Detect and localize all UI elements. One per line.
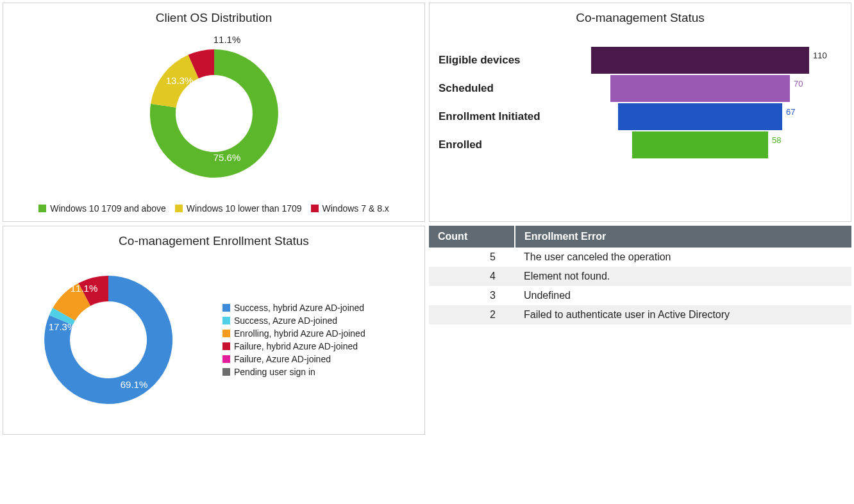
- legend-item: Windows 7 & 8.x: [311, 203, 389, 214]
- funnel-bar-area: 110: [591, 47, 822, 74]
- error-table: Count Enrollment Error 5 The user cancel…: [429, 226, 851, 324]
- slice-label: 69.1%: [121, 379, 148, 390]
- legend-item: Failure, hybrid Azure AD-joined: [222, 341, 365, 351]
- panel-title: Client OS Distribution: [12, 11, 415, 25]
- legend-item: Success, Azure AD-joined: [222, 315, 365, 326]
- slice-label: 11.1%: [213, 34, 240, 45]
- funnel-label: Enrollment Initiated: [439, 110, 591, 123]
- funnel-bar: [591, 47, 809, 74]
- panel-comgmt-status: Co-management Status Eligible devices 11…: [429, 3, 851, 222]
- cell-error: Failed to authenticate user in Active Di…: [515, 305, 851, 324]
- swatch-icon: [222, 342, 230, 350]
- funnel-bar-area: 67: [591, 103, 822, 130]
- legend-label: Success, Azure AD-joined: [234, 315, 337, 326]
- funnel-label: Scheduled: [439, 82, 591, 95]
- legend-item: Failure, Azure AD-joined: [222, 354, 365, 364]
- swatch-icon: [175, 205, 183, 212]
- funnel-row: Scheduled 70: [439, 75, 842, 102]
- funnel-bar: [610, 75, 790, 102]
- cell-error: The user canceled the operation: [515, 248, 851, 267]
- funnel-value: 67: [786, 107, 795, 117]
- swatch-icon: [222, 330, 230, 337]
- funnel-chart: Eligible devices 110 Scheduled 70 Enroll…: [439, 47, 842, 158]
- slice-label: 17.3%: [49, 321, 76, 332]
- panel-title: Co-management Status: [439, 11, 842, 25]
- funnel-row: Enrollment Initiated 67: [439, 103, 842, 130]
- legend-item: Windows 10 lower than 1709: [175, 203, 302, 214]
- table-header-row: Count Enrollment Error: [429, 226, 851, 248]
- funnel-value: 58: [772, 135, 781, 145]
- panel-title: Co-management Enrollment Status: [12, 234, 415, 248]
- swatch-icon: [311, 205, 319, 212]
- legend-label: Windows 10 lower than 1709: [187, 203, 302, 214]
- legend: Windows 10 1709 and above Windows 10 low…: [38, 203, 389, 214]
- table-row: 3 Undefined: [429, 286, 851, 305]
- slice-label: 13.3%: [165, 75, 193, 86]
- legend-label: Windows 10 1709 and above: [50, 203, 166, 214]
- swatch-icon: [222, 368, 230, 376]
- panel-enrollment-status: Co-management Enrollment Status 69.1% 11…: [3, 226, 425, 435]
- cell-count: 3: [429, 286, 515, 305]
- legend-item: Enrolling, hybrid Azure AD-joined: [222, 328, 365, 339]
- funnel-bar: [618, 103, 782, 130]
- table-row: 5 The user canceled the operation: [429, 248, 851, 267]
- donut-enrollment-status: 69.1% 11.1% 17.3%: [12, 253, 205, 426]
- legend-label: Pending user sign in: [234, 367, 315, 377]
- funnel-label: Enrolled: [439, 139, 591, 151]
- cell-count: 2: [429, 305, 515, 324]
- legend-item: Success, hybrid Azure AD-joined: [222, 303, 365, 313]
- funnel-label: Eligible devices: [439, 54, 591, 67]
- legend-item: Windows 10 1709 and above: [38, 203, 166, 214]
- funnel-row: Enrolled 58: [439, 131, 842, 158]
- funnel-bar-area: 70: [591, 75, 822, 102]
- legend-label: Failure, Azure AD-joined: [234, 354, 331, 364]
- cell-count: 4: [429, 267, 515, 286]
- table-row: 2 Failed to authenticate user in Active …: [429, 305, 851, 324]
- legend-label: Failure, hybrid Azure AD-joined: [234, 341, 358, 351]
- swatch-icon: [222, 304, 230, 312]
- funnel-bar: [632, 131, 768, 158]
- slice-label: 11.1%: [71, 283, 98, 294]
- funnel-value: 70: [794, 79, 803, 88]
- panel-os-distribution: Client OS Distribution 75.6% 11.1% 13.3%…: [3, 3, 425, 222]
- funnel-value: 110: [813, 51, 827, 60]
- cell-count: 5: [429, 248, 515, 267]
- swatch-icon: [222, 317, 230, 324]
- table-row: 4 Element not found.: [429, 267, 851, 286]
- donut-os-distribution: 75.6% 11.1% 13.3%: [118, 30, 310, 197]
- col-count: Count: [429, 226, 515, 248]
- legend-item: Pending user sign in: [222, 367, 365, 377]
- legend-label: Success, hybrid Azure AD-joined: [234, 303, 364, 313]
- cell-error: Undefined: [515, 286, 851, 305]
- funnel-row: Eligible devices 110: [439, 47, 842, 74]
- col-error: Enrollment Error: [515, 226, 851, 248]
- cell-error: Element not found.: [515, 267, 851, 286]
- legend-label: Enrolling, hybrid Azure AD-joined: [234, 328, 365, 339]
- panel-enrollment-errors: Count Enrollment Error 5 The user cancel…: [429, 226, 851, 435]
- slice-label: 75.6%: [213, 152, 240, 163]
- dashboard-grid: Client OS Distribution 75.6% 11.1% 13.3%…: [0, 0, 854, 437]
- legend-label: Windows 7 & 8.x: [322, 203, 389, 214]
- swatch-icon: [222, 355, 230, 363]
- swatch-icon: [38, 205, 46, 212]
- legend: Success, hybrid Azure AD-joined Success,…: [222, 303, 365, 377]
- funnel-bar-area: 58: [591, 131, 822, 158]
